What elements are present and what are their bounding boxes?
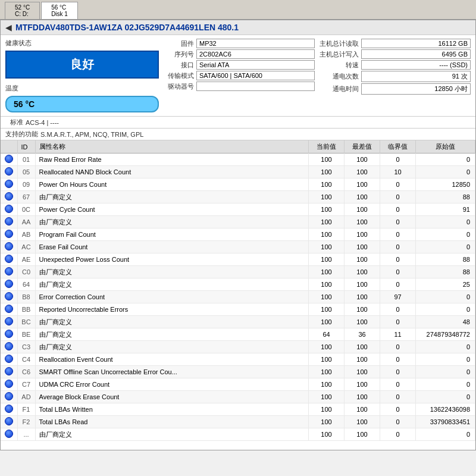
smart-table-container[interactable]: ID 属性名称 当前值 最差值 临界值 原始值 01Raw Read Error… — [1, 140, 475, 450]
standard-label: 标准 — [5, 118, 23, 127]
row-current: 100 — [309, 291, 345, 303]
th-current: 当前值 — [309, 140, 345, 154]
row-threshold: 0 — [380, 428, 416, 441]
table-row[interactable]: 05Reallocated NAND Block Count100100100 — [1, 166, 475, 178]
table-row[interactable]: B8Error Correction Count100100970 — [1, 291, 475, 303]
tab-disk1[interactable]: 56 °C Disk 1 — [41, 2, 78, 19]
table-row[interactable]: 64由厂商定义100100025 — [1, 278, 475, 291]
table-row[interactable]: BE由厂商定义643611274879348772 — [1, 328, 475, 341]
back-arrow-icon[interactable]: ◀ — [5, 23, 12, 32]
row-threshold: 10 — [380, 166, 416, 178]
row-current: 100 — [309, 166, 345, 178]
row-id: 05 — [17, 166, 35, 178]
table-row[interactable]: ABProgram Fail Count10010000 — [1, 228, 475, 241]
row-current: 100 — [309, 391, 345, 403]
row-threshold: 0 — [380, 154, 416, 166]
row-threshold: 11 — [380, 328, 416, 341]
table-row[interactable]: ADAverage Block Erase Count10010000 — [1, 391, 475, 403]
table-row[interactable]: 01Raw Read Error Rate10010000 — [1, 154, 475, 166]
row-id: AB — [17, 228, 35, 241]
status-circle-icon — [5, 417, 13, 425]
row-threshold: 0 — [380, 403, 416, 416]
row-name: 由厂商定义 — [35, 428, 309, 441]
row-id: F1 — [17, 403, 35, 416]
table-row[interactable]: ...由厂商定义10010000 — [1, 428, 475, 441]
table-row[interactable]: BC由厂商定义100100048 — [1, 316, 475, 328]
standard-value: ACS-4 | ---- — [26, 119, 59, 126]
table-row[interactable]: F1Total LBAs Written100100013622436098 — [1, 403, 475, 416]
read-label: 主机总计读取 — [317, 39, 359, 48]
table-row[interactable]: AA由厂商定义10010000 — [1, 216, 475, 228]
table-row[interactable]: 0CPower Cycle Count100100091 — [1, 203, 475, 216]
table-row[interactable]: BBReported Uncorrectable Errors10010000 — [1, 303, 475, 316]
row-name: Total LBAs Written — [35, 403, 309, 416]
row-name: Power Cycle Count — [35, 203, 309, 216]
tab-disk-cd[interactable]: 52 °C C: D: — [5, 2, 40, 19]
row-raw: 12850 — [416, 178, 475, 191]
row-status-icon — [1, 291, 17, 303]
row-worst: 100 — [345, 203, 380, 216]
table-row[interactable]: C3由厂商定义10010000 — [1, 341, 475, 353]
row-raw: 88 — [416, 253, 475, 266]
status-circle-icon — [5, 317, 13, 325]
row-raw: 0 — [416, 366, 475, 378]
row-raw: 0 — [416, 378, 475, 391]
table-row[interactable]: 09Power On Hours Count100100012850 — [1, 178, 475, 191]
table-row[interactable]: F2Total LBAs Read100100033790833451 — [1, 416, 475, 428]
table-row[interactable]: C7UDMA CRC Error Count10010000 — [1, 378, 475, 391]
row-status-icon — [1, 241, 17, 253]
row-status-icon — [1, 278, 17, 291]
row-raw: 0 — [416, 216, 475, 228]
row-id: ... — [17, 428, 35, 441]
row-raw: 0 — [416, 353, 475, 366]
row-worst: 100 — [345, 291, 380, 303]
smart-table: ID 属性名称 当前值 最差值 临界值 原始值 01Raw Read Error… — [1, 140, 475, 441]
table-row[interactable]: ACErase Fail Count10010000 — [1, 241, 475, 253]
row-current: 100 — [309, 203, 345, 216]
row-current: 100 — [309, 416, 345, 428]
info-middle: 固件 MP32 序列号 2C802AC6 接口 Serial ATA 传输模式 … — [161, 39, 315, 112]
row-id: 64 — [17, 278, 35, 291]
row-status-icon — [1, 216, 17, 228]
status-circle-icon — [5, 405, 13, 413]
status-circle-icon — [5, 330, 13, 338]
row-current: 100 — [309, 403, 345, 416]
row-worst: 100 — [345, 303, 380, 316]
row-threshold: 0 — [380, 216, 416, 228]
row-name: 由厂商定义 — [35, 341, 309, 353]
tab-bar: 52 °C C: D: 56 °C Disk 1 — [0, 0, 476, 20]
row-current: 100 — [309, 178, 345, 191]
row-status-icon — [1, 391, 17, 403]
temp-value: 56 °C — [5, 96, 159, 112]
row-worst: 100 — [345, 178, 380, 191]
row-raw: 0 — [416, 166, 475, 178]
power-time-label: 通电时间 — [317, 84, 359, 93]
row-worst: 100 — [345, 378, 380, 391]
row-id: C4 — [17, 353, 35, 366]
row-threshold: 0 — [380, 241, 416, 253]
row-threshold: 0 — [380, 341, 416, 353]
row-worst: 100 — [345, 341, 380, 353]
row-current: 100 — [309, 341, 345, 353]
table-row[interactable]: C4Reallocation Event Count10010000 — [1, 353, 475, 366]
table-row[interactable]: 67由厂商定义100100088 — [1, 191, 475, 203]
serial-value: 2C802AC6 — [196, 49, 315, 59]
th-icon — [1, 140, 17, 154]
row-name: Reallocation Event Count — [35, 353, 309, 366]
row-status-icon — [1, 191, 17, 203]
table-row[interactable]: AEUnexpected Power Loss Count100100088 — [1, 253, 475, 266]
row-current: 100 — [309, 228, 345, 241]
row-name: UDMA CRC Error Count — [35, 378, 309, 391]
row-threshold: 0 — [380, 316, 416, 328]
th-threshold: 临界值 — [380, 140, 416, 154]
row-worst: 100 — [345, 428, 380, 441]
row-raw: 91 — [416, 203, 475, 216]
row-threshold: 0 — [380, 416, 416, 428]
table-row[interactable]: C0由厂商定义100100088 — [1, 266, 475, 278]
write-label: 主机总计写入 — [317, 50, 359, 59]
row-raw: 0 — [416, 154, 475, 166]
row-id: F2 — [17, 416, 35, 428]
row-threshold: 0 — [380, 353, 416, 366]
status-circle-icon — [5, 255, 13, 263]
table-row[interactable]: C6SMART Offline Scan Uncorrectable Error… — [1, 366, 475, 378]
